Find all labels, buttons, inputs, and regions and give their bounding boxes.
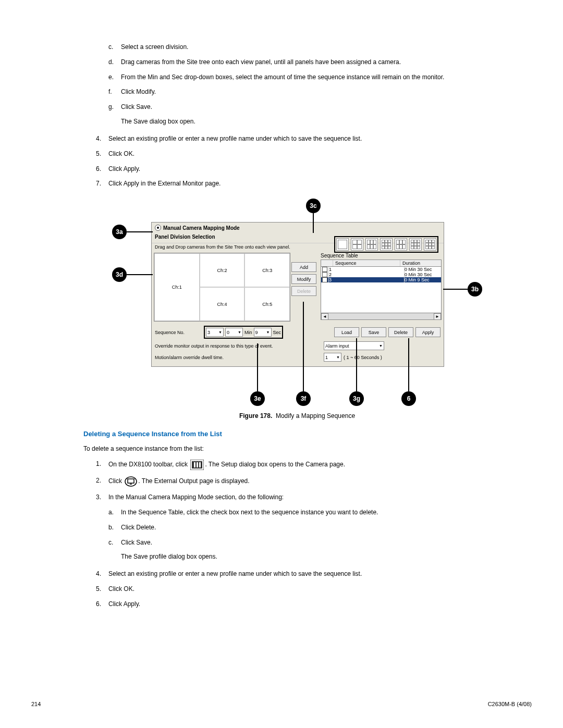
step-7: 7.Click Apply in the External Monitor pa… — [96, 179, 511, 188]
step2-6: 6.Click Apply. — [96, 600, 511, 609]
section-heading: Deleting a Sequence Instance from the Li… — [83, 430, 511, 438]
step-d: d.Drag cameras from the Site tree onto e… — [108, 58, 511, 67]
step2-4: 4.Select an existing profile or enter a … — [96, 570, 511, 578]
step2-5: 5.Click OK. — [96, 585, 511, 594]
step2-b: b.Click Delete. — [108, 523, 511, 532]
callout-3b: 3b — [468, 282, 482, 297]
svg-rect-3 — [197, 462, 198, 467]
callout-3c: 3c — [306, 199, 321, 213]
callout-3f: 3f — [296, 391, 311, 406]
add-button[interactable]: Add — [291, 262, 316, 272]
step2-2: 2.Click . The External Output page is di… — [96, 476, 511, 487]
step-f: f.Click Modify. — [108, 88, 511, 96]
svg-point-5 — [125, 477, 137, 486]
delete-button[interactable]: Delete — [291, 286, 316, 296]
page-number: 214 — [31, 701, 41, 707]
step2-c-note: The Save profile dialog box opens. — [121, 553, 511, 560]
panel-grid[interactable]: Ch:1 Ch:2 Ch:3 Ch:4 Ch:5 — [154, 253, 290, 322]
intro-text: To delete a sequence instance from the l… — [83, 445, 511, 452]
step-6: 6.Click Apply. — [96, 165, 511, 174]
division-16[interactable] — [424, 238, 436, 251]
sec-dd[interactable]: 9▼ — [254, 328, 272, 337]
step-g: g.Click Save. — [108, 103, 511, 112]
monitor-icon — [125, 476, 137, 487]
dwell-dd[interactable]: 1▼ — [324, 353, 341, 362]
step-5: 5.Click OK. — [96, 150, 511, 158]
division-9[interactable] — [380, 238, 393, 251]
modify-button[interactable]: Modify — [291, 274, 316, 284]
callout-3a: 3a — [112, 225, 127, 239]
seq-no-dd[interactable]: 3▼ — [206, 328, 224, 337]
step-e: e.From the Min and Sec drop-down boxes, … — [108, 73, 511, 82]
svg-rect-4 — [199, 462, 201, 467]
callout-3d: 3d — [112, 267, 127, 282]
step2-a: a.In the Sequence Table, click the check… — [108, 508, 511, 517]
svg-rect-2 — [194, 462, 195, 467]
load-button[interactable]: Load — [334, 327, 359, 337]
radio-mapping-mode[interactable] — [155, 225, 161, 231]
division-1[interactable] — [336, 238, 349, 251]
callout-3e: 3e — [250, 391, 265, 406]
event-type-dd[interactable]: Alarm input▼ — [324, 341, 384, 350]
apply-button[interactable]: Apply — [415, 327, 440, 337]
dialog-camera-mapping: Manual Camera Mapping Mode Panel Divisio… — [151, 222, 444, 367]
svg-rect-6 — [128, 479, 134, 483]
delete2-button[interactable]: Delete — [388, 327, 413, 337]
sequence-table[interactable]: SequenceDuration 10 Min 30 Sec 20 Min 30… — [321, 260, 442, 320]
division-13[interactable] — [409, 238, 422, 251]
figure-caption: Figure 178. Modify a Mapping Sequence — [83, 412, 511, 419]
step-g-note: The Save dialog box open. — [121, 118, 511, 125]
step-c: c.Select a screen division. — [108, 43, 511, 52]
division-8[interactable] — [395, 238, 407, 251]
min-dd[interactable]: 0▼ — [225, 328, 243, 337]
division-4[interactable] — [351, 238, 363, 251]
step2-c: c.Click Save. — [108, 538, 511, 547]
doc-id: C2630M-B (4/08) — [488, 701, 532, 707]
save-button[interactable]: Save — [361, 327, 386, 337]
step2-1: 1.On the DX8100 toolbar, click . The Set… — [96, 460, 511, 470]
callout-3g: 3g — [349, 391, 364, 406]
step2-3: 3.In the Manual Camera Mapping Mode sect… — [96, 493, 511, 502]
callout-6: 6 — [401, 391, 416, 406]
division-6[interactable] — [365, 238, 378, 251]
setup-icon — [190, 460, 204, 470]
figure-178: 3a 3d 3c 3b 3e 3f 3g 6 Manual Camera Map… — [112, 199, 482, 407]
step-4: 4.Select an existing profile or enter a … — [96, 134, 511, 143]
